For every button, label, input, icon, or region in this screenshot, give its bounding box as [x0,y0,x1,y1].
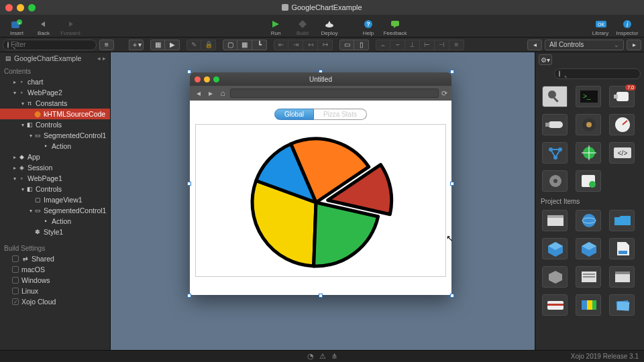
canvas-tool-1[interactable]: ▢ [223,40,237,50]
build-target-linux[interactable]: Linux [0,286,110,296]
nav-back-icon[interactable]: ◂ [194,88,203,98]
nav-item-controls[interactable]: ▾◧Controls [0,184,110,194]
nav-item-webpage1[interactable]: ▾▫WebPage1 [0,173,110,184]
library-search-input[interactable] [562,70,644,78]
resize-handle[interactable] [187,182,191,186]
canvas-tool-3[interactable]: ┗ [252,40,267,50]
order-tool-1[interactable]: ⇤ [274,40,288,50]
resize-handle[interactable] [187,294,191,298]
canvas-tool-2[interactable]: ▦ [237,40,252,50]
build-target-shared[interactable]: ⇄Shared [0,253,110,264]
nav-item-segmentedcontrol1[interactable]: ▾▭SegmentedControl1 [0,130,110,141]
order-tool-4[interactable]: ↦ [318,40,333,50]
filter-input[interactable] [11,41,96,48]
forward-button[interactable]: Forward [58,15,83,36]
folder-icon[interactable] [609,210,635,231]
insert-button[interactable]: + Insert [4,15,30,36]
layout-canvas[interactable]: Untitled ◂ ▸ ⌂ ⟳ GlobalPizza Stats ↖ [111,52,535,350]
order-tool-2[interactable]: ⇥ [288,40,303,50]
code-tag-icon[interactable]: </> [609,142,635,164]
deploy-button[interactable]: Deploy [317,15,342,36]
checkbox[interactable] [12,266,19,273]
library-gear-icon[interactable]: ⚙▾ [539,54,552,65]
view-code-button[interactable]: ▶ [165,40,180,50]
address-bar[interactable] [230,88,439,98]
window-zoom[interactable] [28,4,36,11]
library-prev[interactable]: ◂ [527,40,542,50]
images-icon[interactable] [609,294,635,316]
gauge-icon[interactable] [609,114,635,135]
globe-icon[interactable] [576,210,601,231]
align-tool-1[interactable]: ⫠ [376,40,390,50]
reload-icon[interactable]: ⟳ [441,89,447,98]
add-tab-button[interactable]: ＋▾ [129,40,144,50]
card-icon[interactable] [542,294,568,316]
box-icon[interactable] [542,266,568,288]
nav-item-khtmlsourcecode[interactable]: ⬤kHTMLSourceCode [0,109,110,119]
nav-item-constants[interactable]: ▾πConstants [0,98,110,109]
gear-large-icon[interactable] [542,170,568,192]
order-tool-3[interactable]: ↤ [303,40,318,50]
connector-icon[interactable] [542,114,568,135]
nav-fwd-icon[interactable]: ▸ [206,88,215,98]
reel-icon[interactable] [576,114,601,135]
nav-item-action[interactable]: •Action [0,216,110,227]
help-button[interactable]: ? Help [356,15,381,36]
resize-handle[interactable] [450,294,454,298]
inspector-button[interactable]: i Inspector [614,15,640,36]
window-icon[interactable] [542,210,568,231]
menu-icon[interactable]: ≡ [99,40,114,50]
swatch-icon[interactable] [576,294,601,316]
share-icon[interactable] [542,142,568,164]
align-tool-2[interactable]: ⫟ [390,40,405,50]
view-layout-button[interactable]: ▦ [150,40,165,50]
nav-item-segmentedcontrol1[interactable]: ▾▭SegmentedControl1 [0,205,110,216]
checkbox[interactable] [12,277,19,284]
library-button[interactable]: OK Library [588,15,613,36]
align-tool-5[interactable]: ⊣ [435,40,449,50]
project-header[interactable]: ▤ GoogleChartExample ◂ ▸ [0,52,110,64]
globe-arrows-icon[interactable] [576,142,601,164]
library-filter-dropdown[interactable]: All Controls [545,40,624,50]
nav-item-imageview1[interactable]: ▢ImageView1 [0,194,110,205]
nav-item-chart[interactable]: ▸▫chart [0,76,110,87]
nav-item-controls[interactable]: ▾◧Controls [0,119,110,130]
edit-tool-1[interactable]: ✎ [186,40,201,50]
resize-handle[interactable] [450,182,454,186]
nav-item-session[interactable]: ▸◈Session [0,162,110,173]
align-tool-6[interactable]: ≡ [449,40,464,50]
segment-pizza-stats[interactable]: Pizza Stats [314,109,367,120]
nav-item-style1[interactable]: ✽Style1 [0,227,110,237]
nav-item-action[interactable]: •Action [0,141,110,152]
nav-item-app[interactable]: ▸◆App [0,152,110,162]
dialog-icon[interactable] [609,266,635,288]
status-warning-icon[interactable]: ⚠ [319,352,326,361]
terminal-icon[interactable]: >_ [576,86,601,107]
resize-handle[interactable] [319,294,323,298]
checkbox[interactable] [12,255,19,262]
fill-tool-1[interactable]: ▭ [339,40,354,50]
library-search[interactable] [554,68,641,79]
build-target-macos[interactable]: macOS [0,264,110,275]
back-button[interactable]: Back [31,15,56,36]
usb-icon[interactable]: 7.0 [609,86,635,107]
cube-icon[interactable] [542,238,568,259]
form-icon[interactable] [576,266,601,288]
fill-tool-2[interactable]: ▯ [354,40,369,50]
build-target-xojo-cloud[interactable]: ✓Xojo Cloud [0,296,110,307]
search-control-icon[interactable] [542,86,568,107]
script-icon[interactable] [576,170,601,192]
file-icon[interactable] [609,238,635,259]
checkbox[interactable] [12,288,19,294]
nav-item-webpage2[interactable]: ▾▫WebPage2 [0,87,110,98]
align-tool-3[interactable]: ⊥ [405,40,420,50]
feedback-button[interactable]: Feedback [382,15,408,36]
status-rss-icon[interactable]: ⋔ [331,352,337,361]
run-button[interactable]: Run [263,15,288,36]
cube2-icon[interactable] [576,238,601,259]
window-close[interactable] [5,4,13,11]
build-target-windows[interactable]: Windows [0,275,110,286]
segment-global[interactable]: Global [274,109,314,120]
align-tool-4[interactable]: ⊢ [420,40,435,50]
preview-window[interactable]: Untitled ◂ ▸ ⌂ ⟳ GlobalPizza Stats [190,72,451,295]
